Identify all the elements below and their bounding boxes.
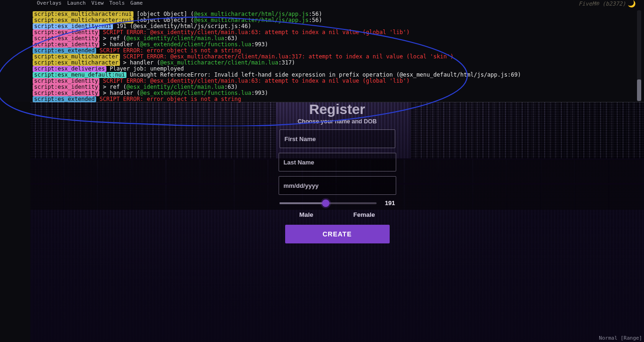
log-text: Player job: unemployed [106,65,184,72]
log-error-text: SCRIPT ERROR: error object is not a stri… [96,47,241,54]
log-error-text: SCRIPT ERROR: @esx_identity/client/main.… [99,29,410,36]
moon-icon: 🌙 [628,0,636,7]
log-tail: :993) [251,90,268,96]
gender-row: Male Female [280,211,395,218]
log-tail: :993) [251,41,268,48]
last-name-field[interactable] [279,153,396,171]
console-scrollbar[interactable] [637,10,641,102]
watermark-text: FiveM® (b2372) [579,0,626,7]
first-name-field[interactable] [280,129,395,148]
height-slider-value: 191 [382,200,395,207]
log-text: 191 (@esx_identity/html/js/script.js:46) [113,23,251,29]
height-slider-fill [280,202,326,204]
menu-tools[interactable]: Tools [109,0,125,6]
height-slider-row: 191 [280,200,395,207]
log-tail: :317) [278,59,295,66]
menu-game[interactable]: Game [130,0,143,6]
log-text: > handler ( [120,59,161,66]
log-error-text: SCRIPT ERROR: error object is not a stri… [96,96,241,102]
log-text: [object Object] ( [133,17,194,23]
game-viewport: Register Choose your name and DOB 191 Ma… [30,102,644,342]
log-tail: :63) [224,35,238,42]
editor-modeline: Normal [Range] [599,335,642,341]
gender-male[interactable]: Male [299,211,313,218]
log-text: Uncaught ReferenceError: Invalid left-ha… [126,71,521,78]
log-path: @es_extended/client/functions.lua [140,41,251,48]
register-form: Register Choose your name and DOB 191 Ma… [267,102,407,243]
log-path: @esx_identity/client/main.lua [126,35,224,42]
log-error-text: SCRIPT ERROR: @esx_identity/client/main.… [99,78,410,84]
first-name-input[interactable] [285,135,390,142]
debug-console: script:esx_multicharacter:nui [object Ob… [33,11,639,104]
dob-input[interactable] [284,182,391,189]
form-title: Register [267,102,407,117]
log-text: > handler ( [99,41,140,48]
log-path: @esx_multicharacter/client/main.lua [160,59,278,66]
create-button[interactable]: CREATE [285,225,390,243]
menu-bar: Overlays Launch View Tools Game [30,0,644,5]
height-slider[interactable] [280,202,377,204]
log-text: > ref ( [99,35,126,42]
log-path: @es_extended/client/functions.lua [140,90,251,96]
form-subtitle: Choose your name and DOB [267,118,407,125]
fivem-watermark: FiveM® (b2372) 🌙 [579,0,636,7]
log-text: > ref ( [99,84,126,90]
console-scrollbar-thumb[interactable] [637,79,641,101]
log-error-text: SCRIPT ERROR: @esx_multicharacter/client… [120,53,454,60]
log-path: @esx_multicharacter/html/js/app.js [194,17,309,23]
log-text: [object Object] ( [133,11,194,17]
log-tail: :63) [224,84,238,90]
height-slider-thumb[interactable] [322,200,329,207]
log-path: @esx_identity/client/main.lua [126,84,224,90]
gender-female[interactable]: Female [353,211,375,218]
last-name-input[interactable] [284,159,391,166]
editor-gutter [0,0,30,102]
log-tail: :56) [308,11,322,17]
log-text: > handler ( [99,90,140,96]
log-tail: :56) [308,17,322,23]
log-path: @esx_multicharacter/html/js/app.js [194,11,309,17]
dob-field[interactable] [279,176,396,195]
